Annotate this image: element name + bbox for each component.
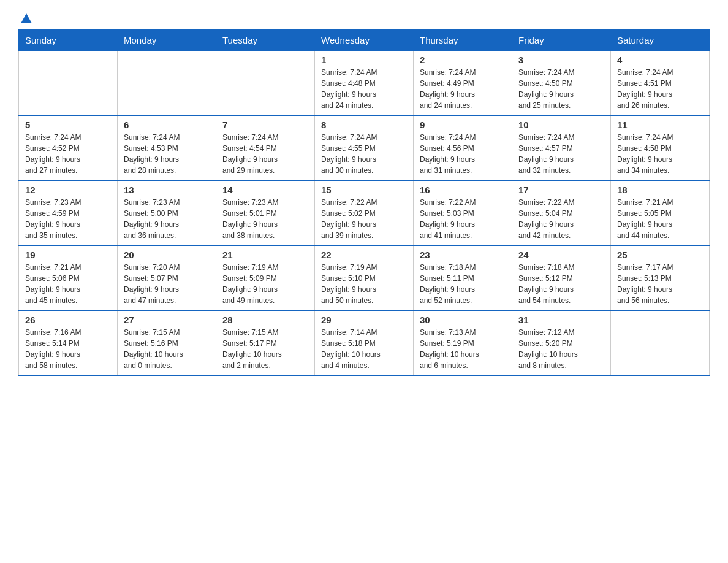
- day-info: Sunrise: 7:17 AM Sunset: 5:13 PM Dayligh…: [617, 262, 703, 306]
- calendar-day-cell: 24Sunrise: 7:18 AM Sunset: 5:12 PM Dayli…: [512, 245, 611, 310]
- day-info: Sunrise: 7:18 AM Sunset: 5:11 PM Dayligh…: [420, 262, 506, 306]
- day-number: 15: [321, 185, 407, 195]
- calendar-day-cell: 16Sunrise: 7:22 AM Sunset: 5:03 PM Dayli…: [414, 180, 512, 245]
- calendar-day-cell: 31Sunrise: 7:12 AM Sunset: 5:20 PM Dayli…: [512, 310, 611, 375]
- logo: [18, 12, 33, 23]
- calendar-day-cell: 14Sunrise: 7:23 AM Sunset: 5:01 PM Dayli…: [216, 180, 315, 245]
- logo-triangle-icon: [20, 12, 33, 26]
- day-number: 12: [25, 185, 111, 195]
- calendar-day-cell: 10Sunrise: 7:24 AM Sunset: 4:57 PM Dayli…: [512, 115, 611, 180]
- day-info: Sunrise: 7:13 AM Sunset: 5:19 PM Dayligh…: [420, 327, 506, 371]
- weekday-header-sunday: Sunday: [19, 30, 118, 51]
- day-info: Sunrise: 7:24 AM Sunset: 4:49 PM Dayligh…: [420, 67, 506, 111]
- calendar-table: SundayMondayTuesdayWednesdayThursdayFrid…: [18, 29, 710, 376]
- day-number: 14: [222, 185, 308, 195]
- svg-marker-0: [21, 13, 32, 23]
- day-number: 29: [321, 315, 407, 325]
- calendar-day-cell: 11Sunrise: 7:24 AM Sunset: 4:58 PM Dayli…: [611, 115, 710, 180]
- day-number: 27: [124, 315, 210, 325]
- weekday-header-thursday: Thursday: [414, 30, 512, 51]
- day-info: Sunrise: 7:24 AM Sunset: 4:48 PM Dayligh…: [321, 67, 407, 111]
- day-info: Sunrise: 7:18 AM Sunset: 5:12 PM Dayligh…: [518, 262, 604, 306]
- day-info: Sunrise: 7:22 AM Sunset: 5:04 PM Dayligh…: [518, 197, 604, 241]
- calendar-day-cell: 6Sunrise: 7:24 AM Sunset: 4:53 PM Daylig…: [118, 115, 216, 180]
- page-header: [18, 12, 710, 23]
- day-number: 2: [420, 55, 506, 65]
- day-number: 4: [617, 55, 703, 65]
- calendar-week-row: 12Sunrise: 7:23 AM Sunset: 4:59 PM Dayli…: [19, 180, 710, 245]
- weekday-header-saturday: Saturday: [611, 30, 710, 51]
- day-number: 19: [25, 250, 111, 260]
- day-number: 11: [617, 120, 703, 130]
- day-number: 28: [222, 315, 308, 325]
- calendar-day-cell: 21Sunrise: 7:19 AM Sunset: 5:09 PM Dayli…: [216, 245, 315, 310]
- day-info: Sunrise: 7:24 AM Sunset: 4:50 PM Dayligh…: [518, 67, 604, 111]
- calendar-week-row: 1Sunrise: 7:24 AM Sunset: 4:48 PM Daylig…: [19, 51, 710, 116]
- calendar-day-cell: 12Sunrise: 7:23 AM Sunset: 4:59 PM Dayli…: [19, 180, 118, 245]
- calendar-day-cell: [118, 51, 216, 116]
- day-info: Sunrise: 7:14 AM Sunset: 5:18 PM Dayligh…: [321, 327, 407, 371]
- day-info: Sunrise: 7:24 AM Sunset: 4:57 PM Dayligh…: [518, 132, 604, 176]
- day-info: Sunrise: 7:23 AM Sunset: 5:00 PM Dayligh…: [124, 197, 210, 241]
- weekday-header-wednesday: Wednesday: [315, 30, 414, 51]
- day-number: 13: [124, 185, 210, 195]
- day-number: 25: [617, 250, 703, 260]
- day-number: 7: [222, 120, 308, 130]
- day-number: 8: [321, 120, 407, 130]
- calendar-day-cell: 8Sunrise: 7:24 AM Sunset: 4:55 PM Daylig…: [315, 115, 414, 180]
- calendar-day-cell: 29Sunrise: 7:14 AM Sunset: 5:18 PM Dayli…: [315, 310, 414, 375]
- weekday-header-friday: Friday: [512, 30, 611, 51]
- day-info: Sunrise: 7:24 AM Sunset: 4:54 PM Dayligh…: [222, 132, 308, 176]
- calendar-day-cell: [611, 310, 710, 375]
- weekday-header-tuesday: Tuesday: [216, 30, 315, 51]
- calendar-day-cell: 30Sunrise: 7:13 AM Sunset: 5:19 PM Dayli…: [414, 310, 512, 375]
- calendar-day-cell: 26Sunrise: 7:16 AM Sunset: 5:14 PM Dayli…: [19, 310, 118, 375]
- day-number: 6: [124, 120, 210, 130]
- day-number: 3: [518, 55, 604, 65]
- day-info: Sunrise: 7:15 AM Sunset: 5:16 PM Dayligh…: [124, 327, 210, 371]
- day-number: 16: [420, 185, 506, 195]
- weekday-header-monday: Monday: [118, 30, 216, 51]
- day-number: 20: [124, 250, 210, 260]
- day-info: Sunrise: 7:19 AM Sunset: 5:10 PM Dayligh…: [321, 262, 407, 306]
- day-number: 21: [222, 250, 308, 260]
- day-info: Sunrise: 7:15 AM Sunset: 5:17 PM Dayligh…: [222, 327, 308, 371]
- calendar-day-cell: 2Sunrise: 7:24 AM Sunset: 4:49 PM Daylig…: [414, 51, 512, 116]
- day-info: Sunrise: 7:12 AM Sunset: 5:20 PM Dayligh…: [518, 327, 604, 371]
- calendar-day-cell: 18Sunrise: 7:21 AM Sunset: 5:05 PM Dayli…: [611, 180, 710, 245]
- calendar-day-cell: 1Sunrise: 7:24 AM Sunset: 4:48 PM Daylig…: [315, 51, 414, 116]
- day-number: 1: [321, 55, 407, 65]
- calendar-day-cell: 4Sunrise: 7:24 AM Sunset: 4:51 PM Daylig…: [611, 51, 710, 116]
- calendar-day-cell: 28Sunrise: 7:15 AM Sunset: 5:17 PM Dayli…: [216, 310, 315, 375]
- calendar-day-cell: [216, 51, 315, 116]
- day-info: Sunrise: 7:20 AM Sunset: 5:07 PM Dayligh…: [124, 262, 210, 306]
- day-info: Sunrise: 7:21 AM Sunset: 5:06 PM Dayligh…: [25, 262, 111, 306]
- calendar-day-cell: 7Sunrise: 7:24 AM Sunset: 4:54 PM Daylig…: [216, 115, 315, 180]
- day-number: 5: [25, 120, 111, 130]
- day-info: Sunrise: 7:21 AM Sunset: 5:05 PM Dayligh…: [617, 197, 703, 241]
- day-number: 18: [617, 185, 703, 195]
- day-info: Sunrise: 7:24 AM Sunset: 4:58 PM Dayligh…: [617, 132, 703, 176]
- day-number: 23: [420, 250, 506, 260]
- day-number: 26: [25, 315, 111, 325]
- day-number: 10: [518, 120, 604, 130]
- calendar-day-cell: 22Sunrise: 7:19 AM Sunset: 5:10 PM Dayli…: [315, 245, 414, 310]
- day-info: Sunrise: 7:22 AM Sunset: 5:02 PM Dayligh…: [321, 197, 407, 241]
- day-number: 9: [420, 120, 506, 130]
- day-number: 17: [518, 185, 604, 195]
- day-info: Sunrise: 7:23 AM Sunset: 4:59 PM Dayligh…: [25, 197, 111, 241]
- calendar-week-row: 19Sunrise: 7:21 AM Sunset: 5:06 PM Dayli…: [19, 245, 710, 310]
- calendar-day-cell: [19, 51, 118, 116]
- calendar-week-row: 26Sunrise: 7:16 AM Sunset: 5:14 PM Dayli…: [19, 310, 710, 375]
- day-info: Sunrise: 7:19 AM Sunset: 5:09 PM Dayligh…: [222, 262, 308, 306]
- calendar-day-cell: 5Sunrise: 7:24 AM Sunset: 4:52 PM Daylig…: [19, 115, 118, 180]
- calendar-day-cell: 20Sunrise: 7:20 AM Sunset: 5:07 PM Dayli…: [118, 245, 216, 310]
- calendar-week-row: 5Sunrise: 7:24 AM Sunset: 4:52 PM Daylig…: [19, 115, 710, 180]
- day-info: Sunrise: 7:24 AM Sunset: 4:52 PM Dayligh…: [25, 132, 111, 176]
- day-number: 22: [321, 250, 407, 260]
- day-info: Sunrise: 7:24 AM Sunset: 4:56 PM Dayligh…: [420, 132, 506, 176]
- day-info: Sunrise: 7:22 AM Sunset: 5:03 PM Dayligh…: [420, 197, 506, 241]
- day-info: Sunrise: 7:16 AM Sunset: 5:14 PM Dayligh…: [25, 327, 111, 371]
- calendar-day-cell: 13Sunrise: 7:23 AM Sunset: 5:00 PM Dayli…: [118, 180, 216, 245]
- day-info: Sunrise: 7:24 AM Sunset: 4:51 PM Dayligh…: [617, 67, 703, 111]
